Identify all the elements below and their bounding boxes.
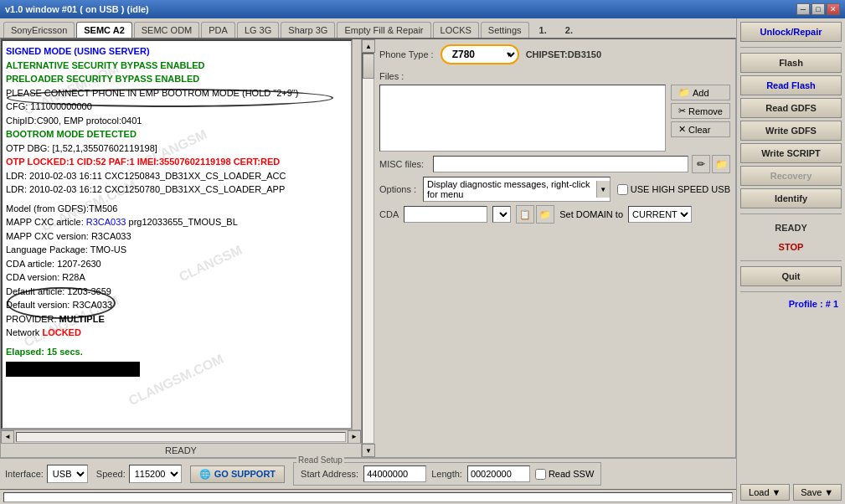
log-line-12: Model (from GDFS):TM506: [6, 202, 348, 216]
sidebar-bottom: Load ▼ Save ▼: [740, 484, 842, 501]
log-line-10: LDR: 2010-02-03 16:12 CXC1250780_DB31XX_…: [6, 183, 348, 197]
cda-folder-icon[interactable]: 📁: [536, 205, 554, 224]
folder-icon: 📁: [678, 87, 690, 98]
go-support-icon: 🌐: [199, 469, 211, 480]
log-line-0: SIGNED MODE (USING SERVER): [6, 44, 348, 59]
misc-icons: ✏ 📁: [692, 155, 730, 173]
vscroll-down[interactable]: ▼: [362, 444, 375, 457]
hscroll-right[interactable]: ►: [348, 430, 361, 444]
diag-dropdown[interactable]: Display diagnostic messages, right-click…: [423, 177, 611, 202]
log-line-3: PLEASE CONNECT PHONE IN EMP BOOTROM MODE…: [6, 86, 348, 100]
speed-field: Speed: 115200 57600: [96, 465, 182, 483]
ready-label: READY: [775, 223, 807, 233]
read-setup: Read Setup Start Address: Length: Read S…: [293, 462, 601, 486]
tab-semc-odm[interactable]: SEMC ODM: [134, 22, 200, 38]
identify-button[interactable]: Identify: [740, 188, 842, 208]
tab-semc-a2[interactable]: SEMC A2: [76, 22, 132, 38]
highspeed-checkbox[interactable]: [617, 184, 628, 195]
tabs-row: SonyEricsson SEMC A2 SEMC ODM PDA LG 3G …: [0, 18, 736, 38]
tab-settings[interactable]: Settings: [481, 22, 529, 38]
go-support-button[interactable]: 🌐 GO SUPPORT: [190, 465, 285, 483]
files-list[interactable]: [379, 85, 666, 152]
start-addr-label: Start Address:: [301, 469, 358, 479]
cda-select[interactable]: [492, 206, 511, 223]
phone-type-row: Phone Type : Z780 Z610 W880 CHIPSET:DB31…: [379, 44, 730, 64]
save-button[interactable]: Save ▼: [793, 484, 842, 501]
scissors-icon: ✂: [678, 105, 686, 116]
vscroll-up[interactable]: ▲: [362, 39, 375, 53]
main-container: SonyEricsson SEMC A2 SEMC ODM PDA LG 3G …: [0, 18, 845, 504]
quit-button[interactable]: Quit: [740, 266, 842, 286]
cda-copy-icon[interactable]: 📋: [516, 205, 534, 224]
sidebar-divider-3: [740, 260, 842, 261]
sidebar-divider-2: [740, 213, 842, 214]
tab-sonyericsson[interactable]: SonyEricsson: [3, 22, 75, 38]
tab-sharp3g[interactable]: Sharp 3G: [281, 22, 335, 38]
domain-label: Set DOMAIN to: [559, 209, 623, 219]
read-flash-button[interactable]: Read Flash: [740, 75, 842, 95]
close-button[interactable]: ✕: [827, 3, 840, 15]
log-line-13: MAPP CXC article: R3CA033 prg12033655_TM…: [6, 215, 348, 229]
highspeed-check: USE HIGH SPEED USB: [617, 184, 730, 195]
flash-button[interactable]: Flash: [740, 53, 842, 73]
misc-input[interactable]: [433, 156, 688, 172]
read-gdfs-button[interactable]: Read GDFS: [740, 98, 842, 118]
sidebar-divider-4: [740, 291, 842, 292]
read-ssw-checkbox[interactable]: [535, 469, 546, 480]
log-line-18: Default article: 1203-3659: [6, 285, 348, 299]
tab-pda[interactable]: PDA: [201, 22, 235, 38]
content-area: CLANGSM.COM CLANGSM CLANGSM.COM CLANGSM …: [0, 38, 736, 458]
read-ssw-label: Read SSW: [549, 469, 594, 479]
tab-number-2: 2.: [557, 23, 581, 38]
write-script-button[interactable]: Write SCRIPT: [740, 143, 842, 163]
stop-label: STOP: [779, 242, 804, 252]
misc-label: MISC files:: [379, 159, 430, 169]
log-line-6: BOOTROM MODE DETECTED: [6, 127, 348, 141]
write-gdfs-button[interactable]: Write GDFS: [740, 121, 842, 141]
length-input[interactable]: [467, 465, 530, 482]
clear-button[interactable]: ✕ Clear: [671, 121, 730, 137]
hscroll-left[interactable]: ◄: [1, 430, 14, 444]
interface-select[interactable]: USB: [47, 465, 88, 483]
phone-type-select[interactable]: Z780 Z610 W880: [442, 46, 518, 63]
log-line-20: PROVIDER: MULTIPLE: [6, 312, 348, 327]
phone-type-wrapper[interactable]: Z780 Z610 W880: [441, 44, 519, 64]
right-sidebar: Unlock/Repair Flash Read Flash Read GDFS…: [736, 18, 845, 504]
log-panel[interactable]: CLANGSM.COM CLANGSM CLANGSM.COM CLANGSM …: [1, 39, 353, 429]
add-button[interactable]: 📁 Add: [671, 85, 730, 100]
log-line-1: ALTERNATIVE SECURITY BYPASS ENABLED: [6, 59, 348, 73]
unlock-repair-button[interactable]: Unlock/Repair: [740, 22, 842, 42]
bottom-bar: Interface: USB Speed: 115200 57600 🌐 GO …: [0, 458, 736, 489]
tab-emptyfill[interactable]: Empty Fill & Repair: [337, 22, 430, 38]
left-panel: SonyEricsson SEMC A2 SEMC ODM PDA LG 3G …: [0, 18, 736, 504]
log-line-2: PRELOADER SECURITY BYPASS ENABLED: [6, 72, 348, 86]
log-line-21: Network LOCKED: [6, 326, 348, 340]
maximize-button[interactable]: □: [812, 3, 825, 15]
remove-button[interactable]: ✂ Remove: [671, 103, 730, 119]
files-label: Files :: [379, 71, 730, 81]
phone-type-label: Phone Type :: [379, 49, 434, 59]
misc-folder-icon[interactable]: 📁: [712, 155, 730, 173]
diag-dropdown-btn[interactable]: ▼: [596, 181, 610, 198]
log-line-17: CDA version: R28A: [6, 270, 348, 285]
tab-number-1: 1.: [531, 23, 555, 38]
read-setup-title: Read Setup: [296, 455, 344, 465]
start-addr-input[interactable]: [363, 465, 426, 482]
log-line-7: OTP DBG: [1,52,1,35507602119198]: [6, 141, 348, 156]
domain-select[interactable]: CURRENT TMO-US: [628, 206, 692, 223]
load-button[interactable]: Load ▼: [740, 484, 790, 501]
log-line-8: OTP LOCKED:1 CID:52 PAF:1 IMEI:355076021…: [6, 155, 348, 169]
tab-lg3g[interactable]: LG 3G: [237, 22, 279, 38]
misc-pencil-icon[interactable]: ✏: [692, 155, 710, 173]
speed-select[interactable]: 115200 57600: [129, 465, 182, 483]
vscrollbar[interactable]: ▲ ▼: [361, 39, 374, 457]
highspeed-label: USE HIGH SPEED USB: [631, 184, 730, 194]
log-ready-text: READY: [165, 445, 197, 455]
right-config: Phone Type : Z780 Z610 W880 CHIPSET:DB31…: [374, 39, 735, 457]
read-setup-wrapper: Read Setup Start Address: Length: Read S…: [293, 462, 601, 486]
tab-locks[interactable]: LOCKS: [433, 22, 479, 38]
cda-input[interactable]: [404, 206, 487, 223]
diag-text: Display diagnostic messages, right-click…: [424, 177, 596, 201]
minimize-button[interactable]: ─: [796, 3, 810, 15]
sidebar-divider-1: [740, 47, 842, 48]
